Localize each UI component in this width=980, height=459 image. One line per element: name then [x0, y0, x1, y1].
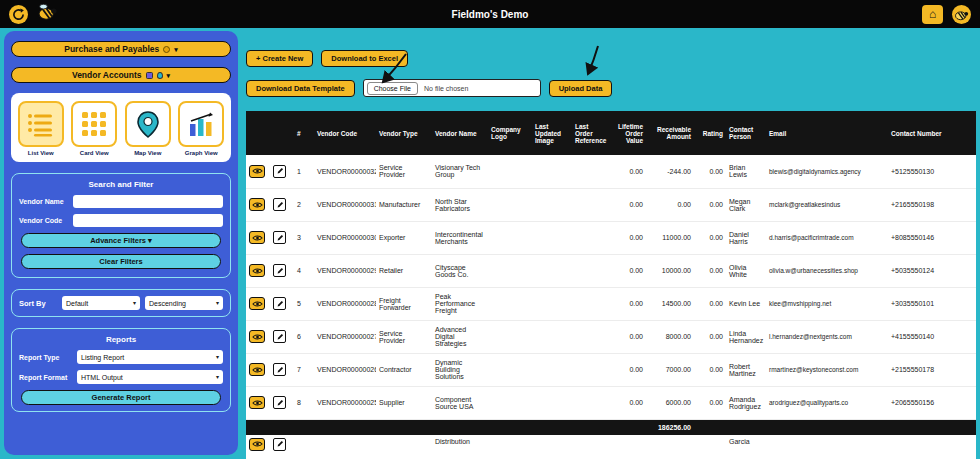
topbar: Fieldmo's Demo ⌂ — [0, 0, 980, 28]
cell-email: klee@mvshipping.net — [766, 287, 888, 320]
purchase-payables-menu[interactable]: Purchase and Payables ▾ — [11, 41, 231, 57]
cell-contact-number: +2065550156 — [888, 386, 976, 419]
col-header: Vendor Type — [376, 111, 432, 155]
view-label: List View — [15, 150, 67, 156]
report-type-value: Listing Report — [81, 354, 124, 361]
edit-row-button[interactable] — [273, 231, 286, 244]
view-card-button[interactable]: Card View — [68, 101, 120, 156]
cell-lifetime-order-value: 0.00 — [610, 254, 646, 287]
table-row: 7VENDOR00000026ContractorDynamic Buildin… — [246, 353, 976, 386]
cell-vendor-code: VENDOR00000026 — [314, 353, 376, 386]
cell-contact-number: +3035550101 — [888, 287, 976, 320]
col-header: # — [294, 111, 314, 155]
col-header: Lifetime Order Value — [610, 111, 646, 155]
edit-row-button[interactable] — [273, 297, 286, 310]
cell-vendor-name: Peak Performance Freight — [432, 287, 488, 320]
map-view-icon — [125, 101, 171, 147]
edit-row-button[interactable] — [273, 330, 286, 343]
edit-row-button[interactable] — [273, 165, 286, 178]
report-type-select[interactable]: Listing Report ▾ — [77, 350, 223, 364]
upload-data-button[interactable]: Upload Data — [549, 80, 613, 97]
col-header: Contact Person — [726, 111, 766, 155]
cell-row-number: 3 — [294, 221, 314, 254]
view-row-button[interactable] — [249, 396, 265, 409]
create-new-button[interactable]: + Create New — [246, 50, 313, 67]
cell-view-action — [246, 287, 270, 320]
toolbar-row-2: Download Data Template Choose File No fi… — [246, 79, 980, 97]
view-row-button[interactable] — [249, 438, 265, 451]
drop-icon — [157, 72, 163, 79]
cell-rating: 0.00 — [694, 155, 726, 188]
cell-vendor-name: Advanced Digital Strategies — [432, 320, 488, 353]
bee-mascot-icon[interactable] — [37, 3, 59, 25]
vendor-name-label: Vendor Name — [19, 198, 73, 205]
view-row-button[interactable] — [249, 198, 265, 211]
download-excel-button[interactable]: Download to Excel — [321, 50, 408, 67]
logo-icon[interactable] — [9, 5, 28, 24]
file-input[interactable]: Choose File No file chosen — [363, 79, 541, 97]
coin-icon — [163, 46, 170, 53]
cell-vendor-name: Intercontinental Merchants — [432, 221, 488, 254]
view-label: Graph View — [175, 150, 227, 156]
cell-edit-action — [270, 435, 294, 459]
cell-edit-action — [270, 254, 294, 287]
pencil-icon — [276, 300, 284, 308]
cell-company-logo — [488, 386, 532, 419]
vendor-code-input[interactable] — [73, 214, 223, 227]
view-row-button[interactable] — [249, 297, 265, 310]
sort-by-label: Sort By — [19, 299, 57, 308]
download-template-button[interactable]: Download Data Template — [246, 80, 355, 97]
choose-file-button[interactable]: Choose File — [367, 82, 418, 95]
view-graph-button[interactable]: Graph View — [175, 101, 227, 156]
edit-row-button[interactable] — [273, 198, 286, 211]
eye-icon — [252, 234, 263, 242]
menu-label: Purchase and Payables — [64, 44, 159, 54]
vendor-accounts-menu[interactable]: Vendor Accounts ▾ — [11, 67, 231, 83]
chevron-down-icon: ▾ — [174, 46, 178, 53]
edit-row-button[interactable] — [273, 264, 286, 277]
view-map-button[interactable]: Map View — [122, 101, 174, 156]
sort-direction-select[interactable]: Descending ▾ — [145, 296, 223, 310]
table-row: DistributionGarcia — [246, 435, 976, 459]
view-list-button[interactable]: List View — [15, 101, 67, 156]
vendor-code-field-row: Vendor Code — [19, 214, 223, 227]
box-icon — [146, 72, 153, 79]
cell-contact-person: Brian Lewis — [726, 155, 766, 188]
view-row-button[interactable] — [249, 330, 265, 343]
cell-rating: 0.00 — [694, 287, 726, 320]
table-row: 4VENDOR00000029RetailerCityscape Goods C… — [246, 254, 976, 287]
view-row-button[interactable] — [249, 165, 265, 178]
bee-mascot-button[interactable] — [952, 5, 971, 24]
sort-field-select[interactable]: Default ▾ — [62, 296, 140, 310]
advance-filters-button[interactable]: Advance Filters ▾ — [21, 233, 221, 248]
report-format-select[interactable]: HTML Output ▾ — [77, 370, 223, 384]
cell-company-logo — [488, 155, 532, 188]
pencil-icon — [276, 267, 284, 275]
edit-row-button[interactable] — [273, 363, 286, 376]
cell-contact-number: +5125550130 — [888, 155, 976, 188]
panel-title: Search and Filter — [19, 180, 223, 189]
cell-vendor-type: Freight Forwarder — [376, 287, 432, 320]
graph-view-icon — [178, 101, 224, 147]
col-header: Vendor Code — [314, 111, 376, 155]
cell-contact-person: Linda Hernandez — [726, 320, 766, 353]
col-header: Contact Number — [888, 111, 976, 155]
pencil-icon — [276, 167, 284, 175]
cell-vendor-code — [314, 435, 376, 459]
cell-vendor-name: Component Source USA — [432, 386, 488, 419]
clear-filters-button[interactable]: Clear Filters — [21, 254, 221, 269]
cell-vendor-type: Exporter — [376, 221, 432, 254]
eye-icon — [252, 440, 263, 448]
home-button[interactable]: ⌂ — [922, 5, 943, 24]
vendor-name-input[interactable] — [73, 195, 223, 208]
edit-row-button[interactable] — [273, 438, 286, 451]
edit-row-button[interactable] — [273, 396, 286, 409]
generate-report-button[interactable]: Generate Report — [21, 390, 221, 405]
view-row-button[interactable] — [249, 231, 265, 244]
view-row-button[interactable] — [249, 264, 265, 277]
cell-rating: 0.00 — [694, 188, 726, 221]
cell-lifetime-order-value: 0.00 — [610, 287, 646, 320]
cell-last-order-reference — [572, 254, 610, 287]
cell-contact-person: Olivia White — [726, 254, 766, 287]
view-row-button[interactable] — [249, 363, 265, 376]
